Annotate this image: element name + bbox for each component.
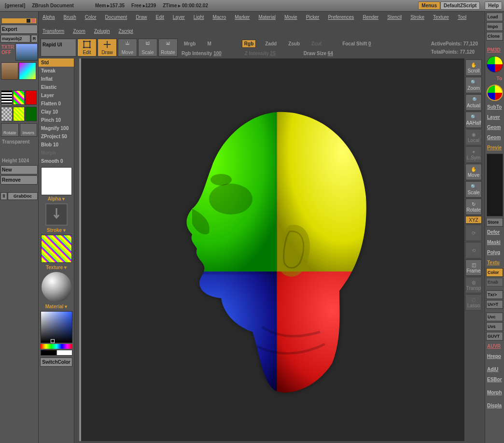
transp-button[interactable]: ◍Transp	[465, 277, 482, 293]
stroke-label[interactable]: Stroke ▾	[39, 227, 74, 234]
actual-button[interactable]: 🔎Actual	[465, 94, 482, 111]
swatch-b[interactable]	[13, 90, 25, 105]
focal-shift-label[interactable]: Focal Shift 0	[342, 41, 371, 46]
xyz-button[interactable]: XYZ	[465, 216, 482, 224]
geometry2-link[interactable]: Geom	[486, 133, 503, 142]
ll-button[interactable]: ll	[0, 192, 7, 200]
color-picker[interactable]	[41, 311, 72, 343]
alpha-thumb[interactable]	[41, 167, 72, 195]
menu-texture[interactable]: Texture	[433, 14, 449, 20]
grabdoc-button[interactable]: GrabDoc	[8, 192, 38, 200]
colorize-button[interactable]: Color	[486, 268, 503, 277]
texture-link[interactable]: Textu	[486, 258, 503, 267]
menu-brush[interactable]: Brush	[64, 14, 76, 20]
rotate-toggle[interactable]: Rotate	[1, 123, 19, 137]
uvc-button[interactable]: Uvc	[486, 313, 503, 321]
swatch-a[interactable]	[1, 90, 13, 105]
display-link[interactable]: Displa	[486, 401, 503, 410]
menu-edit[interactable]: Edit	[156, 14, 164, 20]
zadd-toggle[interactable]: Zadd	[263, 40, 279, 48]
brush-magnify[interactable]: Magnify 100	[39, 124, 74, 132]
rotate-mode-button[interactable]: RRotate	[158, 39, 178, 57]
swatch-f[interactable]	[25, 107, 37, 121]
esbor-link[interactable]: ESBor	[486, 375, 503, 384]
swatch-e[interactable]	[13, 107, 25, 121]
brush-elastic[interactable]: Elastic	[39, 83, 74, 91]
rgb-toggle[interactable]: Rgb	[242, 40, 256, 48]
brush-zproject[interactable]: ZProject 50	[39, 132, 74, 141]
scroll-button[interactable]: ✋Scroll	[465, 59, 482, 76]
material-label[interactable]: Material ▾	[39, 303, 74, 310]
menu-material[interactable]: Material	[258, 14, 276, 20]
texture-thumb[interactable]	[41, 235, 72, 263]
switch-color-button[interactable]: SwitchColor	[40, 357, 72, 367]
subtool-link[interactable]: SubTo	[486, 102, 503, 112]
z-intensity-label[interactable]: Z Intensity 25	[245, 51, 276, 56]
new-button[interactable]: New	[0, 165, 38, 174]
menu-zplugin[interactable]: Zplugin	[94, 29, 110, 34]
stroke-thumb[interactable]	[45, 203, 68, 226]
draw-mode-button[interactable]: Draw	[98, 39, 117, 57]
brush-layer[interactable]: Layer	[39, 91, 74, 100]
rapid-ui-button[interactable]: Rapid UI	[41, 39, 76, 57]
scale-mode-button[interactable]: SScale	[138, 39, 157, 57]
dock-handle[interactable]	[2, 18, 36, 23]
menu-transform[interactable]: Transform	[42, 29, 64, 34]
mayaobj-button[interactable]: mayaobj2	[0, 35, 30, 43]
menus-button[interactable]: Menus	[418, 1, 440, 10]
enable-button[interactable]: Enab	[486, 278, 503, 286]
geometry1-link[interactable]: Geom	[486, 123, 503, 132]
export-button[interactable]: Export	[0, 25, 38, 34]
move-view-button[interactable]: ✋Move	[465, 164, 482, 180]
uvs-button[interactable]: Uvs	[486, 322, 503, 331]
preview-link[interactable]: Previe	[486, 143, 503, 152]
black-swatch[interactable]	[41, 350, 56, 356]
load-button[interactable]: Load	[486, 13, 503, 21]
hrepo-link[interactable]: Hrepo	[486, 352, 503, 361]
transparent-label[interactable]: Transparent	[0, 138, 38, 146]
menu-stroke[interactable]: Stroke	[410, 14, 424, 20]
orbit-a-button[interactable]: ⟳	[465, 225, 482, 241]
brush-std[interactable]: Std	[39, 58, 74, 67]
brush-blob[interactable]: Blob 10	[39, 141, 74, 149]
r-button[interactable]: R	[31, 35, 38, 43]
zsub-toggle[interactable]: Zsub	[286, 40, 302, 48]
txtr-thumb-3[interactable]	[19, 62, 36, 80]
frame-button[interactable]: ◫Frame	[465, 259, 482, 276]
swatch-c[interactable]	[25, 90, 37, 105]
aahalf-button[interactable]: 🔍AAHalf	[465, 112, 482, 128]
brush-smooth[interactable]: Smooth 0	[39, 157, 74, 165]
menu-zoom[interactable]: Zoom	[73, 29, 85, 34]
menu-zscript[interactable]: Zscript	[119, 29, 133, 34]
texture-label[interactable]: Texture ▾	[39, 264, 74, 271]
menu-layer[interactable]: Layer	[173, 14, 185, 20]
material-thumb[interactable]	[42, 272, 71, 302]
help-button[interactable]: Help	[485, 1, 502, 10]
clone-button[interactable]: Clone	[486, 32, 503, 41]
brush-inflat[interactable]: Inflat	[39, 75, 74, 83]
deform-link[interactable]: Defor	[486, 228, 503, 237]
rgb-intensity-label[interactable]: Rgb Intensity 100	[182, 51, 222, 56]
brush-tweak[interactable]: Tweak	[39, 67, 74, 75]
draw-size-label[interactable]: Draw Size 64	[304, 51, 333, 56]
remove-button[interactable]: Remove	[0, 175, 38, 185]
brush-morph[interactable]: Morph	[39, 149, 74, 157]
layers-link[interactable]: Layer	[486, 113, 503, 122]
preview-area[interactable]	[487, 154, 503, 216]
menu-alpha[interactable]: Alpha	[42, 14, 55, 20]
menu-preferences[interactable]: Preferences	[328, 14, 354, 20]
lsym-button[interactable]: ✦L.Sym	[465, 146, 482, 163]
lasso-button[interactable]: ◌Lasso	[465, 294, 482, 311]
defaultzscript-button[interactable]: DefaultZScript	[440, 1, 480, 10]
brush-flatten[interactable]: Flatten 0	[39, 100, 74, 108]
local-button[interactable]: ◉Local	[465, 129, 482, 145]
menu-document[interactable]: Document	[105, 14, 127, 20]
menu-draw[interactable]: Draw	[136, 14, 147, 20]
adju-link[interactable]: AdjU	[486, 365, 503, 374]
menu-macro[interactable]: Macro	[212, 14, 226, 20]
store-button[interactable]: Store	[486, 218, 503, 227]
auvr-link[interactable]: AUVR	[486, 342, 503, 351]
brush-pinch[interactable]: Pinch 10	[39, 116, 74, 124]
masking-link[interactable]: Maski	[486, 238, 503, 247]
morph-link[interactable]: Morph	[486, 388, 503, 397]
